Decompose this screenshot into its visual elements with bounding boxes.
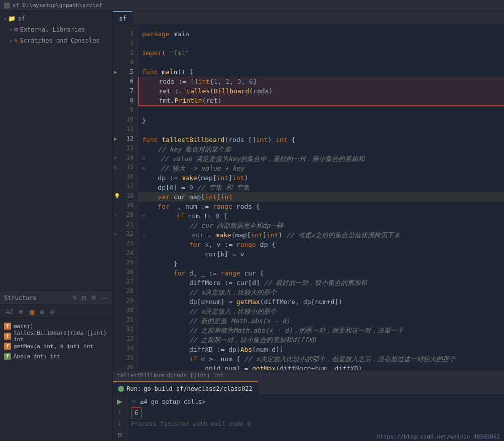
- code-line-34: diffXD := dp[Abs(num-d)]: [138, 345, 504, 354]
- token: rods {: [232, 202, 260, 211]
- token: rods := []: [143, 77, 198, 86]
- structure-close-btn[interactable]: —: [100, 294, 108, 302]
- token: getMax: [252, 364, 276, 370]
- token: ): [268, 135, 276, 144]
- token: 6: [249, 77, 253, 86]
- token: // 新的差值 Math.abs(x - d): [142, 316, 290, 326]
- structure-visibility[interactable]: 👁: [17, 308, 26, 316]
- structure-filter-btn[interactable]: ⊟: [80, 294, 88, 302]
- token: import: [142, 48, 166, 58]
- code-line-19: for _, num := range rods {: [138, 202, 504, 211]
- run-tab-main[interactable]: Run: go build sf/newclass2/class022: [113, 381, 258, 395]
- run-panel: Run: go build sf/newclass2/class022 ▶ ↑ …: [113, 381, 504, 441]
- run-output: ⪥ ≥4 go setup calls> 6 Process finished …: [127, 395, 504, 432]
- token: main: [170, 29, 189, 39]
- ln-20: ⊟ 20: [113, 210, 138, 220]
- structure-sort-btn[interactable]: ⇅: [71, 294, 78, 302]
- structure-alpha-sort[interactable]: AZ: [4, 308, 15, 316]
- sidebar-item-sf-label: sf: [18, 15, 25, 22]
- sidebar-item-scratches-label: Scratches and Consoles: [20, 37, 100, 44]
- run-url: https://blog.csdn.net/weixin_48502062: [377, 433, 500, 440]
- token: // 较大 -> value + key: [145, 164, 244, 173]
- structure-toolbar: ⇅ ⊟ ⚙ —: [71, 294, 108, 302]
- ln-28: 28: [113, 286, 138, 296]
- code-line-17: dp[0] = 0 // 空集 和 空集: [138, 183, 504, 192]
- token: ,: [241, 77, 249, 86]
- code-content[interactable]: package main import "fmt" func main() { …: [138, 25, 504, 370]
- ln-14: ⊟ 14: [113, 153, 138, 163]
- code-line-25: }: [138, 259, 504, 268]
- line-numbers: 1 2 3 4 ▶ 5 6 7 8 9 10 11 ▶ 12 13: [113, 25, 138, 370]
- run-prompt: ⪥: [131, 397, 137, 406]
- token: }: [142, 259, 177, 268]
- sidebar-item-scratches[interactable]: ▸ ✎ Scratches and Consoles: [0, 35, 112, 46]
- structure-settings-btn[interactable]: ⚙: [90, 294, 98, 302]
- code-line-9: [138, 106, 504, 116]
- code-line-31: // 新的差值 Math.abs(x - d): [138, 316, 504, 326]
- code-editor: 1 2 3 4 ▶ 5 6 7 8 9 10 11 ▶ 12 13: [113, 25, 504, 370]
- ln-30: 30: [113, 306, 138, 315]
- token: if: [142, 354, 197, 364]
- token: [158, 67, 162, 77]
- sidebar-item-sf[interactable]: ▸ 📁 sf: [0, 13, 112, 24]
- structure-collapse-all[interactable]: ⊖: [48, 308, 56, 316]
- run-settings-btn[interactable]: ⊟: [115, 430, 125, 439]
- token: main: [162, 67, 177, 77]
- code-line-2: [138, 39, 504, 48]
- token: func: [142, 135, 158, 144]
- token: dp[: [142, 183, 170, 192]
- code-line-36: dp[d-num] = getMax(diffMore+num, diffXD): [138, 364, 504, 370]
- sidebar-item-external-libs[interactable]: ▸ ⊞ External Libraries: [0, 24, 112, 35]
- ln-22: ⊟ 22: [113, 229, 138, 239]
- code-line-35: if d >= num { // x决定放入比较小的那个，但是放入之后，没有超过…: [138, 354, 504, 364]
- token: {: [219, 211, 227, 221]
- token: 2: [225, 77, 229, 86]
- token: ]: [228, 173, 232, 183]
- ln-27: 27: [113, 277, 138, 286]
- token: make: [215, 230, 231, 240]
- code-line-33: // 之前那一对，较小集合的累加和diffXD: [138, 335, 504, 345]
- token: {: [288, 135, 296, 144]
- code-line-13: // key 集合对的某个差: [138, 144, 504, 154]
- tree-arrow-sf: ▸: [4, 16, 7, 21]
- run-play-btn[interactable]: ▶: [115, 397, 125, 406]
- code-line-21: // cur 内部数据完全和dp一样: [138, 221, 504, 230]
- run-result-box: 6: [131, 407, 142, 418]
- structure-type-filter[interactable]: ▦: [28, 308, 36, 316]
- ln-1: 1: [113, 29, 138, 39]
- struct-badge-tallest: f: [4, 333, 11, 340]
- token: ] =: [174, 183, 189, 192]
- struct-item-abs[interactable]: f Abs(a int) int: [0, 351, 112, 361]
- run-tab-file: go build sf/newclass2/class022: [144, 385, 253, 392]
- token: range: [213, 202, 232, 211]
- run-setup-text: ≥4 go setup calls>: [140, 397, 205, 406]
- run-scroll-up-btn[interactable]: ↑: [115, 408, 125, 416]
- editor-tab-sf[interactable]: sf: [113, 11, 133, 25]
- ln-35: 35: [113, 353, 138, 363]
- run-tab-icon: [118, 386, 124, 392]
- struct-badge-getmax: f: [4, 343, 11, 350]
- token: int: [276, 135, 287, 144]
- token: // 之前差值为Math.abs(x - d)，的那一对，就要和这一对，决策一下: [142, 326, 404, 335]
- struct-item-getmax[interactable]: f getMax(a int, b int) int: [0, 341, 112, 351]
- token: d, _ :=: [185, 268, 220, 278]
- title-bar-label: sf D:\mysetup\gopath\src\sf: [13, 2, 102, 9]
- token: diffMore := cur[d]: [142, 278, 260, 287]
- token: make: [181, 173, 197, 183]
- structure-expand-all[interactable]: ⊕: [38, 308, 46, 316]
- token: dp[d-num] =: [142, 364, 252, 370]
- struct-item-tallest[interactable]: f tallestBillboard(rods []int) int: [0, 331, 112, 341]
- token: tallestBillboard: [162, 135, 224, 144]
- token: (map[: [231, 230, 251, 240]
- code-line-22: ⊟ cur = make(map[int]int) // 考虑x之前的集合差值状…: [138, 230, 504, 240]
- struct-item-abs-name: Abs(a int) int: [14, 353, 60, 360]
- token: ]: [263, 230, 267, 240]
- ln-29: 29: [113, 296, 138, 306]
- sidebar-tree: ▸ 📁 sf ▸ ⊞ External Libraries ▸ ✎ Scratc…: [0, 11, 112, 290]
- code-line-32: // 之前差值为Math.abs(x - d)，的那一对，就要和这一对，决策一下: [138, 326, 504, 335]
- run-scroll-down-btn[interactable]: ↓: [115, 418, 125, 427]
- ln-25: 25: [113, 258, 138, 267]
- token: () {: [177, 67, 193, 77]
- token: cur map[: [170, 192, 205, 202]
- token: func: [142, 67, 158, 77]
